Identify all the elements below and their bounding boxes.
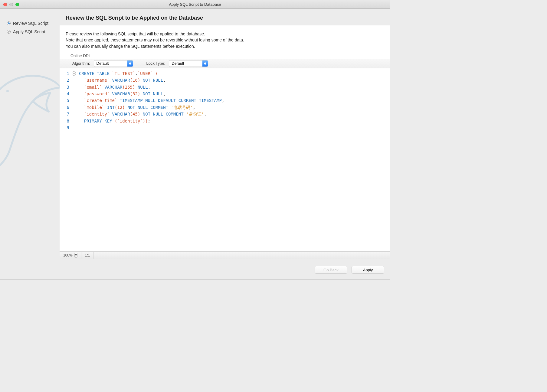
instruction-line: Please review the following SQL script t… <box>66 31 384 37</box>
radio-inactive-icon <box>7 30 11 34</box>
select-chevrons-icon <box>127 60 133 67</box>
instructions: Please review the following SQL script t… <box>60 25 390 52</box>
zoom-stepper[interactable] <box>74 253 77 258</box>
algorithm-label: Algorithm: <box>72 61 90 66</box>
main-panel: Review the SQL Script to be Applied on t… <box>60 9 390 279</box>
radio-active-icon <box>7 21 11 25</box>
svg-point-0 <box>6 90 9 92</box>
sql-editor[interactable]: 1 2 3 4 5 6 7 8 9 − CREATE TABLE `TL <box>60 68 390 251</box>
editor-statusbar: 100% 1:1 <box>60 251 390 259</box>
instruction-line: You can also manually change the SQL sta… <box>66 43 384 49</box>
lock-type-label: Lock Type: <box>146 61 165 66</box>
ratio-value: 1:1 <box>85 253 90 257</box>
algorithm-select[interactable]: Default <box>94 60 133 67</box>
zoom-cell[interactable]: 100% <box>60 252 81 259</box>
wizard-step-review[interactable]: Review SQL Script <box>7 21 56 26</box>
select-chevrons-icon <box>202 60 208 67</box>
lock-type-value: Default <box>169 61 202 66</box>
ratio-cell: 1:1 <box>81 252 94 259</box>
apply-button[interactable]: Apply <box>352 266 384 274</box>
fold-toggle-icon[interactable]: − <box>72 71 76 76</box>
online-ddl-row: Algorithm: Default Lock Type: Default <box>60 59 390 68</box>
wizard-step-label: Review SQL Script <box>13 21 48 26</box>
wizard-step-label: Apply SQL Script <box>13 29 45 34</box>
fold-column: − <box>72 70 78 251</box>
wizard-sidebar: Review SQL Script Apply SQL Script <box>0 9 60 279</box>
page-heading: Review the SQL Script to be Applied on t… <box>66 15 384 21</box>
titlebar: Apply SQL Script to Database <box>0 0 390 9</box>
dolphin-logo <box>0 60 60 181</box>
online-ddl-label: Online DDL <box>60 52 390 59</box>
dialog-body: Review SQL Script Apply SQL Script Revie… <box>0 9 390 279</box>
zoom-value: 100% <box>63 253 73 257</box>
window-title: Apply SQL Script to Database <box>0 2 390 7</box>
instruction-line: Note that once applied, these statements… <box>66 37 384 43</box>
code-content[interactable]: CREATE TABLE `TL_TEST`.`USER` ( `usernam… <box>78 70 390 251</box>
wizard-step-apply[interactable]: Apply SQL Script <box>7 29 56 34</box>
line-number-gutter: 1 2 3 4 5 6 7 8 9 <box>60 70 72 251</box>
algorithm-value: Default <box>94 61 127 66</box>
dialog-window: Apply SQL Script to Database Review SQL … <box>0 0 390 279</box>
content-area: Please review the following SQL script t… <box>60 25 390 259</box>
lock-type-select[interactable]: Default <box>169 60 208 67</box>
header-area: Review the SQL Script to be Applied on t… <box>60 9 390 25</box>
dialog-footer: Go Back Apply <box>60 259 390 279</box>
go-back-button: Go Back <box>315 266 347 274</box>
